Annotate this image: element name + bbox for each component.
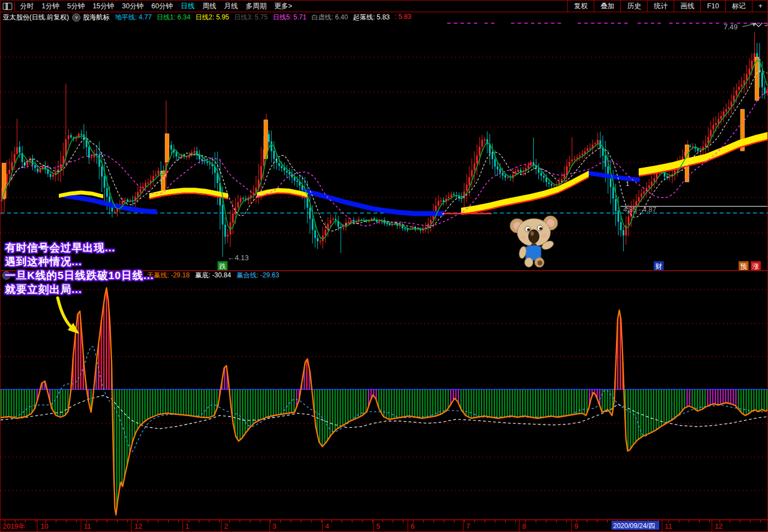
badge-跌: 跌: [219, 262, 226, 270]
svg-text:1: 1: [626, 181, 629, 187]
annotation-line: 一旦K线的5日线跌破10日线...: [5, 268, 154, 282]
period-tab-更多>[interactable]: 更多>: [270, 2, 296, 11]
high-price-label: 7.49: [724, 23, 737, 31]
tool-button-F10[interactable]: F10: [700, 1, 725, 12]
koala-mascot-image: [509, 214, 562, 267]
annotation-arrow: [48, 289, 89, 342]
axis-label-11: 11: [84, 523, 91, 530]
low-price-label: ←4.13: [228, 254, 249, 262]
indicator-panel-chart[interactable]: [1, 280, 768, 519]
title-legend-row: 亚太股份(日线.前复权) v 股海航标 地平线: 4.77日线1: 6.34日线…: [1, 12, 768, 22]
indicator-field-日线3: 日线3: 5.75: [234, 13, 268, 22]
axis-label-8: 8: [522, 523, 526, 530]
period-tab-5分钟[interactable]: 5分钟: [63, 2, 89, 11]
axis-label-7: 7: [466, 523, 470, 530]
time-axis[interactable]: 2019年10111212345678911122020/09/24/四: [1, 519, 768, 532]
tool-button-叠加[interactable]: 叠加: [594, 1, 620, 12]
indicator-field-白虚线: 白虚线: 6.40: [311, 13, 348, 22]
signal-bar: [165, 134, 169, 162]
chevron-down-icon[interactable]: v: [72, 13, 80, 22]
axis-label-12: 12: [715, 523, 722, 530]
badge-预: 预: [740, 262, 747, 270]
indicator-field-起落线: 起落线: 5.83: [353, 13, 390, 22]
tool-button-复权[interactable]: 复权: [567, 1, 594, 12]
period-tab-15分钟[interactable]: 15分钟: [89, 2, 118, 11]
indicator-field-日线1: 日线1: 6.34: [156, 13, 190, 22]
axis-label-6: 6: [411, 523, 415, 530]
period-tab-多周期[interactable]: 多周期: [242, 2, 271, 11]
axis-label-9: 9: [574, 523, 578, 530]
signal-bar: [755, 57, 759, 100]
gap-price-label: 4.85 - 4.87: [623, 206, 656, 214]
tool-button-+[interactable]: +: [752, 1, 768, 12]
sub-field-赢底: 赢底: -30.84: [195, 271, 231, 280]
sub-field-赢合线: 赢合线: -29.63: [236, 271, 279, 280]
symbol-title[interactable]: 亚太股份(日线.前复权): [3, 13, 69, 22]
indicator-field-地平线: 地平线: 4.77: [115, 13, 151, 22]
badge-财: 财: [655, 262, 662, 270]
tool-button-标记[interactable]: 标记: [725, 1, 752, 12]
indicator-field-日线2: 日线2: 5.95: [195, 13, 229, 22]
axis-label-4: 4: [325, 523, 329, 530]
annotation-line: 遇到这种情况...: [5, 255, 154, 268]
main-indicator-name[interactable]: 股海航标: [83, 13, 109, 22]
indicator-readouts: 地平线: 4.77日线1: 6.34日线2: 5.95日线3: 5.75日线5:…: [115, 13, 416, 22]
annotation-line: 有时信号会过早出现...: [5, 241, 154, 255]
top-toolbar: 分时1分钟5分钟15分钟30分钟60分钟日线周线月线多周期更多> 复权叠加历史统…: [1, 1, 768, 12]
current-date-label: 2020/09/24/四: [613, 522, 655, 530]
main-price-chart[interactable]: 7.49←4.134.85 - 4.871跌财预涨: [1, 23, 768, 270]
period-tab-分时[interactable]: 分时: [16, 2, 38, 11]
tool-buttons: 复权叠加历史统计画线F10标记+: [567, 1, 768, 12]
badge-涨: 涨: [752, 262, 759, 270]
period-tab-60分钟[interactable]: 60分钟: [148, 2, 177, 11]
trading-app-window: 分时1分钟5分钟15分钟30分钟60分钟日线周线月线多周期更多> 复权叠加历史统…: [0, 0, 768, 532]
axis-label-2: 2: [224, 523, 228, 530]
period-tabs: 分时1分钟5分钟15分钟30分钟60分钟日线周线月线多周期更多>: [16, 1, 296, 12]
axis-label-5: 5: [376, 523, 380, 530]
period-tab-1分钟[interactable]: 1分钟: [38, 2, 63, 11]
layout-panes-icon[interactable]: [3, 3, 12, 10]
axis-label-3: 3: [272, 523, 276, 530]
period-tab-周线[interactable]: 周线: [199, 2, 220, 11]
period-tab-月线[interactable]: 月线: [220, 2, 242, 11]
axis-label-2019年: 2019年: [3, 523, 25, 530]
axis-label-12: 12: [134, 523, 142, 530]
tool-button-画线[interactable]: 画线: [674, 1, 700, 12]
toolbar-separator: [14, 2, 15, 11]
axis-label-11: 11: [665, 523, 672, 530]
period-tab-30分钟[interactable]: 30分钟: [118, 2, 148, 11]
sub-indicator-readouts: 天赢线: -29.18赢底: -30.84赢合线: -29.63: [147, 271, 279, 280]
drawn-annotation-text: 有时信号会过早出现... 遇到这种情况... 一旦K线的5日线跌破10日线...…: [5, 241, 154, 296]
indicator-field-extra: : 5.83: [395, 13, 411, 22]
tool-button-历史[interactable]: 历史: [620, 1, 647, 12]
indicator-field-日线5: 日线5: 5.71: [272, 13, 306, 22]
period-tab-日线[interactable]: 日线: [177, 2, 199, 11]
axis-label-1: 1: [185, 523, 189, 530]
tool-button-统计[interactable]: 统计: [647, 1, 674, 12]
axis-label-10: 10: [41, 523, 48, 530]
